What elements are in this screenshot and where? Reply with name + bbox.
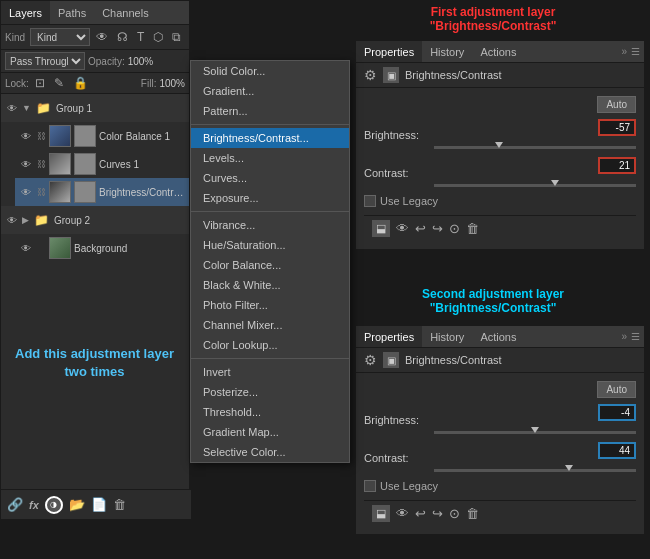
layer-row[interactable]: 👁 ▶ 📁 Group 2 — [1, 206, 189, 234]
eye-icon[interactable]: 👁 — [5, 213, 19, 227]
adjustment-filter-btn[interactable]: ☊ — [114, 29, 131, 45]
clip-icon-1[interactable]: ⬓ — [372, 220, 390, 237]
tab-properties-1[interactable]: Properties — [356, 41, 422, 62]
tab-paths[interactable]: Paths — [50, 1, 94, 24]
layer-name: Group 1 — [56, 103, 185, 114]
menu-item-vibrance[interactable]: Vibrance... — [191, 215, 349, 235]
contrast-value-2[interactable] — [598, 442, 636, 459]
adjustment-layer-btn[interactable]: ◑ — [45, 496, 63, 514]
tab-channels[interactable]: Channels — [94, 1, 156, 24]
layers-controls: Kind Kind 👁 ☊ T ⬡ ⧉ — [1, 25, 189, 50]
link-icon[interactable]: 🔗 — [7, 497, 23, 512]
contrast-value-1[interactable] — [598, 157, 636, 174]
panel-menu-1[interactable]: ☰ — [627, 46, 644, 57]
auto-button-1[interactable]: Auto — [597, 96, 636, 113]
menu-item-gradient-map[interactable]: Gradient Map... — [191, 422, 349, 442]
layer-mask-thumb — [74, 181, 96, 203]
type-filter-btn[interactable]: T — [134, 29, 147, 45]
layer-row[interactable]: 👁 ⛓ Curves 1 — [15, 150, 189, 178]
layers-panel: Layers Paths Channels Kind Kind 👁 ☊ T ⬡ … — [0, 0, 190, 520]
menu-item-invert[interactable]: Invert — [191, 362, 349, 382]
reset-icon-1[interactable]: ⊙ — [449, 221, 460, 236]
brightness-label-1: Brightness: — [364, 129, 434, 141]
kind-select[interactable]: Kind — [30, 28, 90, 46]
layer-name: Color Balance 1 — [99, 131, 185, 142]
delete-icon-1[interactable]: 🗑 — [466, 221, 479, 236]
folder-new-icon[interactable]: 📂 — [69, 497, 85, 512]
menu-item-threshold[interactable]: Threshold... — [191, 402, 349, 422]
menu-item-posterize[interactable]: Posterize... — [191, 382, 349, 402]
eye-icon[interactable]: 👁 — [19, 157, 33, 171]
tab-properties-2[interactable]: Properties — [356, 326, 422, 347]
undo-icon-2[interactable]: ↩ — [415, 506, 426, 521]
brightness-slider-2[interactable] — [434, 423, 636, 434]
use-legacy-checkbox-1[interactable] — [364, 195, 376, 207]
eye-icon[interactable]: 👁 — [19, 241, 33, 255]
lock-all-btn[interactable]: 🔒 — [70, 75, 91, 91]
context-menu: Solid Color... Gradient... Pattern... Br… — [190, 60, 350, 463]
clip-icon-2[interactable]: ⬓ — [372, 505, 390, 522]
redo-icon-2[interactable]: ↪ — [432, 506, 443, 521]
menu-item-channel-mixer[interactable]: Channel Mixer... — [191, 315, 349, 335]
menu-item-selective-color[interactable]: Selective Color... — [191, 442, 349, 462]
undo-icon-1[interactable]: ↩ — [415, 221, 426, 236]
layer-name: Curves 1 — [99, 159, 185, 170]
tab-actions-2[interactable]: Actions — [472, 326, 524, 347]
menu-item-hue[interactable]: Hue/Saturation... — [191, 235, 349, 255]
menu-item-curves[interactable]: Curves... — [191, 168, 349, 188]
shape-filter-btn[interactable]: ⬡ — [150, 29, 166, 45]
panel-menu-2[interactable]: ☰ — [627, 331, 644, 342]
blend-mode-select[interactable]: Pass Through — [5, 52, 85, 70]
lock-position-btn[interactable]: ✎ — [51, 75, 67, 91]
menu-item-levels[interactable]: Levels... — [191, 148, 349, 168]
brightness-thumb-2 — [531, 427, 539, 433]
layer-row[interactable]: 👁 ⛓ Brightness/Contrast — [15, 178, 189, 206]
brightness-value-2[interactable] — [598, 404, 636, 421]
menu-item-gradient[interactable]: Gradient... — [191, 81, 349, 101]
eye-icon[interactable]: 👁 — [5, 101, 19, 115]
contrast-row-1: Contrast: — [364, 157, 636, 189]
panel-bottom-toolbar: 🔗 fx ◑ 📂 📄 🗑 — [1, 489, 191, 519]
menu-item-exposure[interactable]: Exposure... — [191, 188, 349, 208]
view-icon-2[interactable]: 👁 — [396, 506, 409, 521]
group-arrow: ▼ — [22, 103, 31, 113]
menu-item-pattern[interactable]: Pattern... — [191, 101, 349, 121]
new-layer-icon[interactable]: 📄 — [91, 497, 107, 512]
contrast-slider-2[interactable] — [434, 461, 636, 472]
tab-layers[interactable]: Layers — [1, 1, 50, 24]
smart-filter-btn[interactable]: ⧉ — [169, 29, 184, 45]
fx-icon[interactable]: fx — [29, 499, 39, 511]
lock-pixels-btn[interactable]: ⊡ — [32, 75, 48, 91]
delete-icon-2[interactable]: 🗑 — [466, 506, 479, 521]
redo-icon-1[interactable]: ↪ — [432, 221, 443, 236]
brightness-value-1[interactable] — [598, 119, 636, 136]
contrast-slider-1[interactable] — [434, 176, 636, 187]
brightness-slider-1[interactable] — [434, 138, 636, 149]
use-legacy-label-1: Use Legacy — [380, 195, 438, 207]
mask-icon-2: ▣ — [383, 352, 399, 368]
contrast-thumb-2 — [565, 465, 573, 471]
tab-actions-1[interactable]: Actions — [472, 41, 524, 62]
use-legacy-checkbox-2[interactable] — [364, 480, 376, 492]
eye-icon[interactable]: 👁 — [19, 129, 33, 143]
menu-item-solid-color[interactable]: Solid Color... — [191, 61, 349, 81]
menu-item-black-white[interactable]: Black & White... — [191, 275, 349, 295]
reset-icon-2[interactable]: ⊙ — [449, 506, 460, 521]
tab-history-2[interactable]: History — [422, 326, 472, 347]
layer-row[interactable]: 👁 ▼ 📁 Group 1 — [1, 94, 189, 122]
tab-history-1[interactable]: History — [422, 41, 472, 62]
layer-thumb — [49, 181, 71, 203]
eye-icon[interactable]: 👁 — [19, 185, 33, 199]
props-header-1: ⚙ ▣ Brightness/Contrast — [356, 63, 644, 88]
menu-item-color-lookup[interactable]: Color Lookup... — [191, 335, 349, 355]
layer-row[interactable]: 👁 Background — [15, 234, 189, 262]
auto-button-2[interactable]: Auto — [597, 381, 636, 398]
delete-icon[interactable]: 🗑 — [113, 497, 126, 512]
visibility-filter-btn[interactable]: 👁 — [93, 29, 111, 45]
menu-item-color-balance[interactable]: Color Balance... — [191, 255, 349, 275]
menu-item-photo-filter[interactable]: Photo Filter... — [191, 295, 349, 315]
layer-row[interactable]: 👁 ⛓ Color Balance 1 — [15, 122, 189, 150]
second-panel-annotation: Second adjustment layer "Brightness/Cont… — [363, 287, 623, 315]
view-icon-1[interactable]: 👁 — [396, 221, 409, 236]
menu-item-brightness[interactable]: Brightness/Contrast... — [191, 128, 349, 148]
